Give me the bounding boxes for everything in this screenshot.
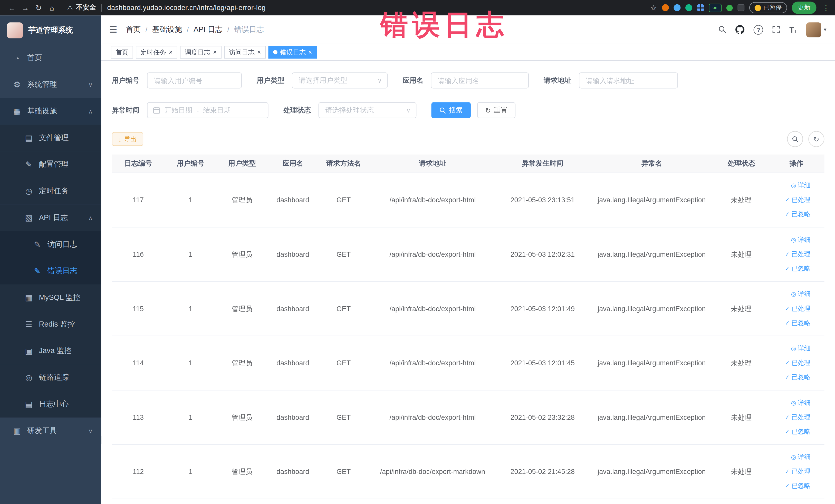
user-type-select[interactable]: 请选择用户类型 ∨ — [292, 73, 388, 88]
detail-link[interactable]: ◎详细 — [791, 344, 811, 353]
sidebar-item-home[interactable]: ◔ 首页 — [0, 45, 101, 72]
sidebar-item-api-log[interactable]: ▧ API 日志 ∧ — [0, 205, 101, 231]
extension-icon-grid[interactable] — [697, 4, 704, 11]
browser-menu-icon[interactable]: ⋮ — [822, 3, 830, 12]
sidebar-item-java-monitor[interactable]: ▣ Java 监控 — [0, 338, 101, 364]
sidebar-item-log-center[interactable]: ▤ 日志中心 — [0, 391, 101, 418]
sidebar-item-mysql-monitor[interactable]: ▦ MySQL 监控 — [0, 284, 101, 311]
detail-link[interactable]: ◎详细 — [791, 290, 811, 299]
view-tab[interactable]: 访问日志 × — [224, 46, 266, 59]
cell-process-status: 未处理 — [714, 336, 768, 390]
detail-link[interactable]: ◎详细 — [791, 399, 811, 407]
close-icon[interactable]: × — [308, 49, 312, 56]
sidebar-item-scheduled-jobs[interactable]: ◷ 定时任务 — [0, 178, 101, 205]
bookmark-star-icon[interactable]: ☆ — [650, 3, 657, 12]
help-icon[interactable]: ? — [754, 25, 763, 34]
app-name-label: 应用名 — [403, 76, 423, 85]
home-icon[interactable]: ⌂ — [45, 3, 59, 12]
view-tab[interactable]: 调度日志 × — [180, 46, 222, 59]
close-icon[interactable]: × — [257, 49, 261, 56]
user-avatar[interactable]: ▾ — [806, 22, 827, 37]
mark-ignored-link[interactable]: ✓已忽略 — [785, 319, 811, 328]
breadcrumb-label: 错误日志 — [234, 25, 264, 34]
sidebar-item-system[interactable]: ⚙ 系统管理 ∨ — [0, 72, 101, 98]
fullscreen-icon[interactable] — [772, 26, 780, 34]
mark-processed-link[interactable]: ✓已处理 — [785, 250, 811, 259]
extension-icon-orange[interactable] — [662, 4, 669, 11]
sidebar-item-infra[interactable]: ▦ 基础设施 ∧ — [0, 98, 101, 125]
font-size-icon[interactable]: TT — [789, 25, 797, 34]
refresh-button[interactable]: ↻ — [808, 131, 824, 147]
extension-icon-small-green[interactable] — [726, 5, 733, 11]
cell-process-status: 未处理 — [714, 445, 768, 499]
breadcrumb-item[interactable]: / 基础设施 — [141, 25, 182, 34]
detail-label: 详细 — [798, 344, 811, 353]
warning-icon: ⚠ — [67, 4, 73, 12]
reload-icon[interactable]: ↻ — [32, 3, 45, 12]
export-button[interactable]: ↓ 导出 — [112, 132, 143, 146]
hide-search-button[interactable] — [787, 131, 803, 147]
mark-processed-link[interactable]: ✓已处理 — [785, 195, 811, 204]
extension-icon-puzzle[interactable] — [737, 4, 744, 11]
mark-processed-link[interactable]: ✓已处理 — [785, 304, 811, 313]
mark-ignored-link[interactable]: ✓已忽略 — [785, 264, 811, 273]
view-tab[interactable]: 首页 × — [111, 46, 133, 59]
cell-request-url: /api/infra/db-doc/export-html — [369, 173, 496, 227]
detail-link[interactable]: ◎详细 — [791, 236, 811, 244]
cell-user-type: 管理员 — [217, 336, 268, 390]
view-tab[interactable]: 定时任务 × — [136, 46, 177, 59]
sidebar-item-access-log[interactable]: ✎ 访问日志 — [0, 231, 101, 258]
detail-link[interactable]: ◎详细 — [791, 181, 811, 190]
column-header-label: 请求地址 — [419, 159, 447, 168]
cell-process-status: 未处理 — [714, 282, 768, 336]
search-button[interactable]: 搜索 — [431, 102, 471, 118]
extension-icon-blue[interactable] — [673, 4, 680, 11]
breadcrumb-item[interactable]: / API 日志 — [182, 25, 223, 34]
mark-processed-link[interactable]: ✓已处理 — [785, 467, 811, 476]
sidebar-item-config-manage[interactable]: ✎ 配置管理 — [0, 151, 101, 178]
address-bar-url[interactable]: dashboard.yudao.iocoder.cn/infra/log/api… — [107, 4, 266, 12]
sidebar-toggle-icon[interactable]: ☰ — [109, 24, 117, 35]
search-button-label: 搜索 — [449, 105, 463, 115]
breadcrumb-item[interactable]: / 首页 — [126, 25, 141, 34]
sidebar-item-tracing[interactable]: ◎ 链路追踪 — [0, 364, 101, 391]
app-name-input[interactable] — [431, 73, 529, 88]
extension-icon-green[interactable] — [685, 4, 692, 11]
close-icon[interactable]: × — [213, 49, 217, 56]
mark-ignored-link[interactable]: ✓已忽略 — [785, 210, 811, 219]
request-url-input[interactable] — [579, 73, 678, 88]
view-tab[interactable]: 错误日志 × — [268, 46, 317, 59]
date-range-picker[interactable]: 开始日期 - 结束日期 — [147, 102, 268, 118]
back-icon[interactable]: ← — [5, 3, 19, 12]
cell-user-type: 管理员 — [217, 282, 268, 336]
extension-icon-on-badge[interactable]: on — [709, 3, 721, 12]
sidebar-item-dev-tools[interactable]: ▥ 研发工具 ∨ — [0, 418, 101, 444]
cell-exception-name: java.lang.IllegalArgumentException — [589, 173, 714, 227]
reset-button[interactable]: ↻ 重置 — [477, 102, 515, 118]
process-status-select[interactable]: 请选择处理状态 ∨ — [319, 102, 416, 118]
detail-icon: ◎ — [791, 400, 796, 406]
mark-ignored-link[interactable]: ✓已忽略 — [785, 481, 811, 490]
close-icon[interactable]: × — [169, 49, 173, 56]
site-security-info[interactable]: ⚠ 不安全 dashboard.yudao.iocoder.cn/infra/l… — [67, 3, 266, 12]
github-icon[interactable] — [736, 25, 745, 34]
mark-ignored-link[interactable]: ✓已忽略 — [785, 373, 811, 382]
mark-processed-link[interactable]: ✓已处理 — [785, 358, 811, 367]
ignored-label: 已忽略 — [791, 481, 811, 490]
sidebar-item-error-log[interactable]: ✎ 错误日志 — [0, 258, 101, 284]
app-logo[interactable]: 芋道管理系统 — [0, 15, 101, 45]
search-icon[interactable] — [718, 26, 727, 34]
detail-link[interactable]: ◎详细 — [791, 452, 811, 462]
sidebar-item-file-manage[interactable]: ▤ 文件管理 — [0, 124, 101, 151]
update-button[interactable]: 更新 — [792, 2, 816, 14]
table-row: 114 1 管理员 dashboard GET /api/infra/db-do… — [112, 336, 824, 390]
paused-badge[interactable]: 已暂停 — [749, 2, 787, 13]
user-id-input[interactable] — [147, 73, 242, 88]
check-icon: ✓ — [785, 468, 790, 475]
forward-icon[interactable]: → — [19, 3, 32, 12]
cell-request-url: /api/infra/db-doc/export-markdown — [369, 445, 496, 499]
mark-processed-link[interactable]: ✓已处理 — [785, 413, 811, 422]
mark-ignored-link[interactable]: ✓已忽略 — [785, 427, 811, 436]
sidebar-item-redis-monitor[interactable]: ☰ Redis 监控 — [0, 311, 101, 338]
cell-exception-time: 2021-05-03 23:13:51 — [496, 173, 589, 227]
